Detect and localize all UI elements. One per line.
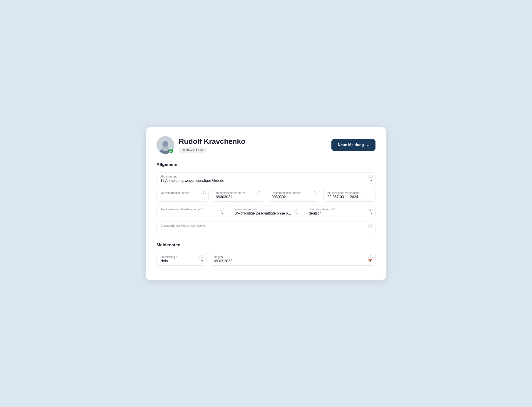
hauptbetriebsnummer-label: Hauptbetriebsnummer* bbox=[272, 191, 316, 195]
staatsangehoerigkeit-label: Staatsangehörigkeit* bbox=[309, 208, 372, 211]
role-badge: Technical Lead bbox=[179, 148, 207, 153]
meldedaten-row: i Stornierung? Nein ▼ i Beginn 09.03.202… bbox=[156, 253, 376, 266]
fields-row-2: i Krankenkasse/ Betriebsnummer* ▼ i Pers… bbox=[156, 205, 376, 218]
avatar bbox=[156, 136, 174, 154]
beginn-label: Beginn bbox=[214, 255, 372, 258]
betriebsnummer-label: Betriebsnummer des V... bbox=[216, 191, 260, 195]
hauptbetriebsnummer-info-icon[interactable]: i bbox=[313, 191, 317, 196]
versicherungsnummer-value bbox=[160, 195, 205, 199]
versicherungsnummer-field[interactable]: i Versicherungsnummer* bbox=[156, 189, 208, 202]
personengruppe-label: Personengruppe* bbox=[235, 208, 298, 211]
datensatzid-value bbox=[160, 228, 372, 232]
calendar-icon[interactable]: 📅 bbox=[368, 258, 372, 263]
abgabegrund-dropdown-icon[interactable]: ▼ bbox=[370, 179, 372, 182]
hauptbetriebsnummer-field[interactable]: i Hauptbetriebsnummer* 99303021 bbox=[268, 189, 320, 202]
betriebsnummer-value: 99303021 bbox=[216, 195, 260, 199]
abgabegrund-row: i Abgabegrund* 13 Anmeldung wegen sonsti… bbox=[156, 172, 376, 185]
aktenzeichen-field[interactable]: Aktenzeichen Verursacher 22-867-03.11.20… bbox=[324, 189, 376, 202]
personengruppe-dropdown-icon[interactable]: ▼ bbox=[295, 212, 298, 215]
allgemein-heading: Allgemein bbox=[156, 162, 376, 167]
beginn-field[interactable]: i Beginn 09.03.2022 📅 bbox=[210, 253, 376, 266]
abgabegrund-label: Abgabegrund* bbox=[160, 175, 372, 178]
neue-meldung-label: Neue Meldung bbox=[338, 143, 364, 147]
krankenkasse-value bbox=[160, 211, 223, 215]
versicherungsnummer-info-icon[interactable]: i bbox=[201, 191, 206, 196]
staatsangehoerigkeit-dropdown-icon[interactable]: ▼ bbox=[370, 212, 372, 215]
staatsangehoerigkeit-field[interactable]: i Staatsangehörigkeit* deutsch ▼ bbox=[305, 205, 376, 218]
profile-name: Rudolf Kravchenko bbox=[179, 137, 245, 146]
stornierung-field[interactable]: i Stornierung? Nein ▼ bbox=[156, 253, 207, 266]
meldedaten-section: Meldedaten i Stornierung? Nein ▼ i Begin… bbox=[156, 243, 376, 266]
abgabegrund-field[interactable]: i Abgabegrund* 13 Anmeldung wegen sonsti… bbox=[156, 172, 376, 185]
abgabegrund-value: 13 Anmeldung wegen sonstiger Gründe bbox=[160, 179, 372, 183]
svg-rect-2 bbox=[162, 147, 168, 151]
krankenkasse-info-icon[interactable]: i bbox=[220, 208, 224, 212]
profile-left: Rudolf Kravchenko Technical Lead bbox=[156, 136, 245, 154]
personengruppe-field[interactable]: i Personengruppe* SV-pflichtige Beschäft… bbox=[231, 205, 301, 218]
verified-badge bbox=[169, 149, 174, 153]
stornierung-label: Stornierung? bbox=[160, 255, 203, 258]
krankenkasse-dropdown-icon[interactable]: ▼ bbox=[222, 212, 224, 215]
betriebsnummer-field[interactable]: i Betriebsnummer des V... 99303021 bbox=[212, 189, 264, 202]
meldedaten-heading: Meldedaten bbox=[156, 243, 376, 248]
stornierung-value: Nein bbox=[160, 259, 203, 263]
neue-meldung-button[interactable]: Neue Meldung ⌄ bbox=[332, 139, 376, 151]
aktenzeichen-label: Aktenzeichen Verursacher bbox=[327, 191, 372, 195]
stornierung-dropdown-icon[interactable]: ▼ bbox=[201, 259, 204, 263]
datensatzid-row: i Datensatzld der Ursprungsmeldung bbox=[156, 222, 376, 234]
profile-header: Rudolf Kravchenko Technical Lead Neue Me… bbox=[156, 136, 376, 154]
profile-info: Rudolf Kravchenko Technical Lead bbox=[179, 137, 245, 153]
aktenzeichen-value: 22-867-03.11.2024 bbox=[327, 195, 372, 199]
betriebsnummer-info-icon[interactable]: i bbox=[257, 191, 261, 196]
personengruppe-value: SV-pflichtige Beschäftigte ohne b... bbox=[235, 211, 298, 215]
allgemein-section: Allgemein i Abgabegrund* 13 Anmeldung we… bbox=[156, 162, 376, 234]
staatsangehoerigkeit-info-icon[interactable]: i bbox=[369, 208, 372, 212]
datensatzid-field[interactable]: i Datensatzld der Ursprungsmeldung bbox=[156, 222, 376, 234]
versicherungsnummer-label: Versicherungsnummer* bbox=[160, 191, 205, 195]
staatsangehoerigkeit-value: deutsch bbox=[309, 211, 372, 215]
hauptbetriebsnummer-value: 99303021 bbox=[272, 195, 316, 199]
chevron-down-icon: ⌄ bbox=[366, 143, 369, 147]
beginn-value: 09.03.2022 bbox=[214, 259, 372, 263]
krankenkasse-field[interactable]: i Krankenkasse/ Betriebsnummer* ▼ bbox=[156, 205, 227, 218]
check-icon bbox=[170, 149, 173, 152]
stornierung-info-icon[interactable]: i bbox=[200, 255, 204, 259]
krankenkasse-label: Krankenkasse/ Betriebsnummer* bbox=[160, 208, 223, 211]
datensatzid-info-icon[interactable]: i bbox=[369, 224, 372, 228]
abgabegrund-info-icon[interactable]: i bbox=[369, 175, 372, 179]
fields-row-1: i Versicherungsnummer* i Betriebsnummer … bbox=[156, 189, 376, 202]
personengruppe-info-icon[interactable]: i bbox=[294, 208, 298, 212]
svg-point-0 bbox=[162, 141, 168, 148]
datensatzid-label: Datensatzld der Ursprungsmeldung bbox=[160, 224, 372, 227]
main-card: Rudolf Kravchenko Technical Lead Neue Me… bbox=[146, 127, 386, 280]
